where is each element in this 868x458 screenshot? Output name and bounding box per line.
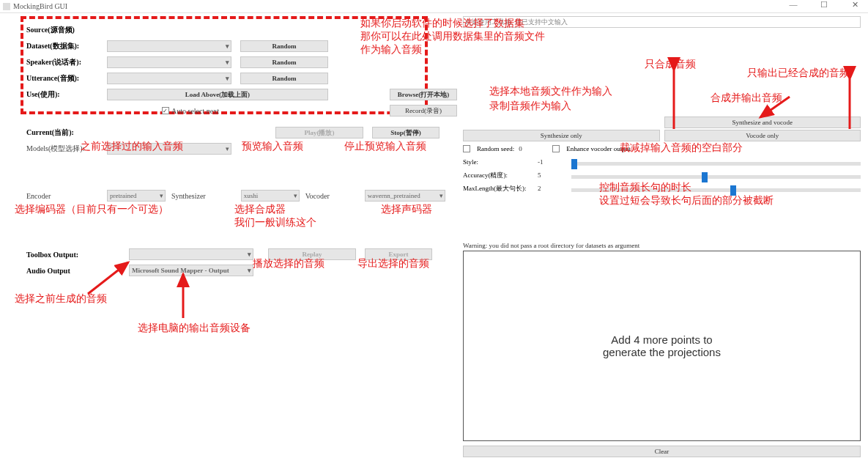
accuracy-label: Accuracy(精度):	[463, 171, 533, 180]
play-button[interactable]: Play(播放)	[275, 127, 363, 138]
maximize-button[interactable]: ☐	[814, 0, 834, 10]
models-panel: Encoder pretrained Synthesizer xushi Voc…	[26, 188, 457, 204]
minimize-button[interactable]: —	[783, 0, 804, 10]
stop-button[interactable]: Stop(暂停)	[372, 127, 439, 138]
right-panel: 欢迎使用工具箱, 现已支持中文输入 Synthesize and vocode …	[460, 13, 868, 458]
anno-syn-only: 只合成音频	[645, 57, 696, 70]
vocode-only-button[interactable]: Vocode only	[664, 130, 861, 141]
anno-prev-selected: 之前选择过的输入音频	[81, 139, 183, 152]
synthesize-only-button[interactable]: Synthesize only	[463, 130, 660, 141]
anno-voc-only: 只输出已经合成的音频	[747, 66, 850, 79]
use-label: Use(使用):	[26, 89, 107, 100]
toolbox-output-combo[interactable]	[129, 248, 253, 260]
anno-synth: 选择合成器 我们一般训练这个	[234, 202, 316, 229]
anno-record: 录制音频作为输入	[489, 99, 571, 112]
projection-plot: Add 4 more points to generate the projec…	[463, 251, 861, 441]
anno-prev-gen: 选择之前生成的音频	[15, 292, 107, 305]
auto-select-label: Auto select next	[171, 107, 219, 115]
anno-trim: 裁减掉输入音频的空白部分	[620, 141, 743, 154]
audio-output-combo[interactable]: Microsoft Sound Mapper - Output	[129, 265, 253, 276]
anno-vocoder: 选择声码器	[381, 202, 432, 215]
window-buttons: — ☐ ✕	[783, 0, 865, 10]
anno-browse: 选择本地音频文件作为输入	[489, 84, 612, 97]
style-slider[interactable]	[571, 162, 861, 166]
random-seed-checkbox[interactable]	[463, 145, 470, 152]
warning-text: Warning: you did not pass a root directo…	[463, 242, 861, 249]
clear-button[interactable]: Clear	[463, 446, 861, 457]
speaker-random-button[interactable]: Random	[240, 56, 328, 68]
browse-button[interactable]: Browse(打开本地)	[390, 89, 457, 100]
left-panel: Source(源音频) Dataset(数据集): Random Speaker…	[0, 13, 460, 458]
utterance-random-button[interactable]: Random	[240, 73, 328, 84]
enhance-checkbox[interactable]	[552, 145, 560, 152]
vocoder-label: Vocoder	[305, 192, 330, 200]
dataset-combo[interactable]	[107, 40, 231, 52]
style-value: -1	[538, 158, 567, 166]
synthesizer-combo[interactable]: xushi	[241, 190, 300, 202]
accuracy-value: 5	[538, 171, 567, 179]
utterance-combo[interactable]	[107, 73, 231, 84]
app-title: MockingBird GUI	[13, 2, 67, 10]
anno-syn-voc: 合成并输出音频	[711, 91, 782, 104]
style-label: Style:	[463, 158, 533, 166]
load-above-button[interactable]: Load Above(加载上面)	[107, 89, 328, 100]
synthesize-and-vocode-button[interactable]: Synthesize and vocode	[664, 117, 861, 128]
app-icon	[3, 3, 10, 10]
source-heading: Source(源音频)	[26, 25, 75, 35]
maxlength-label: MaxLength(最大句长):	[463, 184, 533, 193]
anno-maxlen: 控制音频长句的时长 设置过短会导致长句后面的部分被截断	[599, 180, 774, 207]
titlebar: MockingBird GUI — ☐ ✕	[0, 0, 868, 13]
maxlength-value: 2	[538, 185, 567, 192]
toolbox-output-label: Toolbox Output:	[26, 251, 129, 259]
accuracy-slider[interactable]	[571, 175, 861, 179]
random-seed-label: Random seed:	[477, 145, 514, 152]
synthesizer-label: Synthesizer	[171, 192, 206, 200]
plot-placeholder-text: Add 4 more points to generate the projec…	[603, 333, 721, 358]
anno-dataset-box: 如果你启动软件的时候选择了数据集 那你可以在此处调用数据集里的音频文件 作为输入…	[360, 16, 545, 56]
record-button[interactable]: Record(录音)	[390, 105, 457, 117]
audio-output-label: Audio Output	[26, 267, 129, 275]
current-heading: Current(当前):	[26, 128, 107, 138]
anno-stop-preview: 停止预览输入音频	[344, 139, 426, 152]
anno-encoder: 选择编码器（目前只有一个可选）	[15, 202, 168, 215]
utterance-label: Utterance(音频):	[26, 73, 107, 84]
auto-select-checkbox[interactable]	[162, 107, 169, 114]
anno-export-sel: 导出选择的音频	[357, 256, 429, 270]
main-area: Source(源音频) Dataset(数据集): Random Speaker…	[0, 13, 868, 458]
dataset-label: Dataset(数据集):	[26, 41, 107, 51]
anno-preview: 预览输入音频	[242, 139, 303, 152]
anno-play-sel: 播放选择的音频	[253, 256, 324, 270]
vocoder-combo[interactable]: wavernn_pretrained	[365, 190, 445, 202]
dataset-random-button[interactable]: Random	[240, 40, 328, 52]
encoder-label: Encoder	[26, 192, 107, 200]
close-button[interactable]: ✕	[845, 0, 865, 10]
encoder-combo[interactable]: pretrained	[107, 190, 166, 202]
random-seed-value[interactable]: 0	[519, 145, 548, 152]
speaker-label: Speaker(说话者):	[26, 57, 107, 67]
speaker-combo[interactable]	[107, 56, 231, 68]
anno-audio-device: 选择电脑的输出音频设备	[138, 321, 251, 334]
